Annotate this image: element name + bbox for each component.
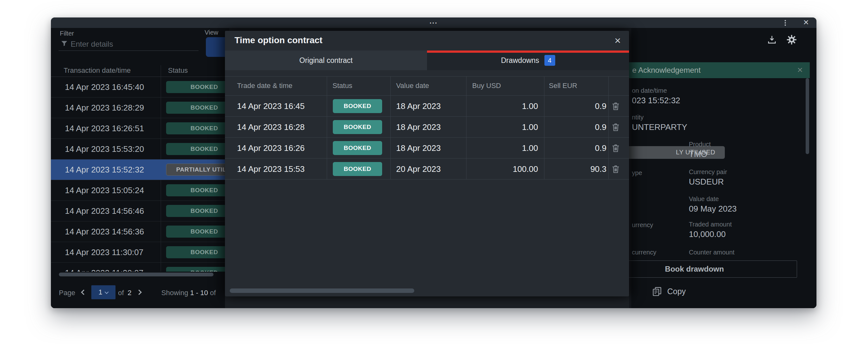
scrollbar-thumb[interactable] (59, 273, 214, 276)
transaction-datetime: 14 Apr 2023 15:52:32 (65, 165, 144, 175)
modal-close-icon[interactable]: × (614, 34, 621, 47)
transaction-row[interactable]: 14 Apr 2023 15:53:20 BOOKED (51, 139, 229, 160)
drawdown-trade-datetime: 14 Apr 2023 15:53 (237, 164, 305, 174)
drawdown-value-date: 20 Apr 2023 (396, 164, 441, 174)
column-value-date: Value date (396, 82, 429, 90)
transaction-status-badge: PARTIALLY UTILIS (166, 164, 229, 176)
transaction-row[interactable]: 14 Apr 2023 16:26:51 BOOKED (51, 118, 229, 139)
transaction-row[interactable]: 14 Apr 2023 14:56:46 BOOKED (51, 201, 229, 221)
window-close-icon[interactable]: × (803, 18, 809, 28)
gear-icon[interactable] (786, 34, 797, 45)
delete-drawdown-icon[interactable] (611, 143, 621, 153)
transaction-status-badge: BOOKED (166, 267, 229, 272)
column-sell-eur: Sell EUR (549, 82, 577, 90)
transaction-datetime: 14 Apr 2023 16:26:51 (65, 124, 144, 133)
transaction-row[interactable]: 14 Apr 2023 16:28:29 BOOKED (51, 98, 229, 118)
transactions-list: 14 Apr 2023 16:45:40 BOOKED 14 Apr 2023 … (51, 77, 229, 272)
entity-label: ntity (632, 114, 644, 121)
showing-text: Showing 1 - 10 of (161, 289, 216, 297)
page-label: Page (59, 289, 75, 297)
transaction-datetime-value: 023 15:52:32 (632, 96, 680, 105)
modal-horizontal-scrollbar[interactable] (225, 287, 629, 294)
column-trade-datetime: Trade date & time (237, 82, 292, 90)
time-option-contract-modal: Time option contract × Original contract… (225, 31, 629, 297)
next-page-icon[interactable] (136, 290, 142, 295)
drag-handle[interactable]: ... (430, 18, 438, 25)
transaction-row[interactable]: 14 Apr 2023 11:30:07 BOOKED (51, 242, 229, 263)
right-vertical-scrollbar[interactable] (806, 78, 809, 154)
page-select[interactable]: 1 (91, 285, 116, 299)
drawdowns-rows: 14 Apr 2023 16:45 BOOKED 18 Apr 2023 1.0… (225, 96, 629, 179)
drawdown-status-badge: BOOKED (333, 120, 382, 134)
current-page: 1 (98, 288, 102, 297)
window-content: Filter View Transaction date/time Status… (51, 28, 816, 308)
transaction-datetime: 14 Apr 2023 11:30:07 (65, 268, 144, 272)
entity-value: UNTERPARTY (632, 122, 687, 132)
transaction-datetime: 14 Apr 2023 16:28:29 (65, 103, 144, 113)
transaction-row[interactable]: 14 Apr 2023 14:56:36 BOOKED (51, 221, 229, 242)
acknowledgement-banner-text: e Acknowledgement (632, 66, 701, 75)
counter-amount-label: Counter amount (689, 249, 734, 256)
drawdown-buy-usd: 1.00 (466, 143, 538, 153)
drawdown-buy-usd: 100.00 (466, 164, 538, 174)
transaction-status-badge: BOOKED (166, 122, 229, 134)
drawdown-buy-usd: 1.00 (466, 122, 538, 132)
pagination: Page 1 of 2 Showing 1 - 10 of (51, 285, 229, 300)
drawdown-buy-usd: 1.00 (466, 101, 538, 111)
transaction-datetime: 14 Apr 2023 15:53:20 (65, 144, 144, 154)
transaction-status-badge: BOOKED (166, 226, 229, 238)
drawdown-row[interactable]: 14 Apr 2023 15:53 BOOKED 20 Apr 2023 100… (225, 159, 629, 179)
drawdown-row[interactable]: 14 Apr 2023 16:26 BOOKED 18 Apr 2023 1.0… (225, 138, 629, 159)
currency-pair-value: USDEUR (689, 177, 724, 187)
filter-input[interactable] (71, 38, 198, 50)
tab-drawdowns[interactable]: Drawdowns 4 (427, 50, 629, 70)
transaction-row[interactable]: 14 Apr 2023 15:52:32 PARTIALLY UTILIS (51, 160, 229, 180)
transaction-datetime: 14 Apr 2023 11:30:07 (65, 247, 144, 257)
column-transaction-datetime: Transaction date/time (64, 66, 131, 75)
drawdown-row[interactable]: 14 Apr 2023 16:28 BOOKED 18 Apr 2023 1.0… (225, 116, 629, 138)
modal-title: Time option contract (235, 35, 322, 45)
copy-button[interactable]: Copy (652, 286, 686, 297)
traded-amount-value: 10,000.00 (689, 229, 726, 239)
transactions-table-header: Transaction date/time Status (51, 65, 229, 77)
delete-drawdown-icon[interactable] (611, 164, 621, 174)
chevron-down-icon (104, 290, 108, 294)
total-pages: 2 (128, 289, 131, 297)
copy-icon (652, 286, 662, 297)
page: ... × Filter View Transaction date/time … (0, 0, 868, 345)
funnel-icon (60, 40, 68, 47)
drawdown-status-badge: BOOKED (333, 141, 382, 155)
banner-close-icon[interactable]: × (797, 65, 803, 75)
value-date-value: 09 May 2023 (689, 204, 737, 214)
drawdown-sell-eur: 0.9 (544, 122, 607, 132)
transaction-row[interactable]: 14 Apr 2023 15:05:24 BOOKED (51, 180, 229, 201)
transaction-status-badge: BOOKED (166, 102, 229, 114)
transaction-row[interactable]: 14 Apr 2023 11:30:07 BOOKED (51, 263, 229, 272)
transaction-status-badge: BOOKED (166, 205, 229, 217)
transaction-datetime: 14 Apr 2023 15:05:24 (65, 185, 144, 195)
drawdowns-count-badge: 4 (545, 55, 555, 66)
drawdown-sell-eur: 0.9 (544, 101, 607, 111)
traded-amount-label: Traded amount (689, 221, 732, 228)
counter-currency-label: currency (632, 249, 656, 256)
currency-label: urrency (632, 221, 653, 229)
delete-drawdown-icon[interactable] (611, 101, 621, 111)
previous-page-icon[interactable] (81, 290, 87, 295)
tab-original-contract[interactable]: Original contract (225, 50, 427, 70)
of-label: of (118, 289, 124, 297)
column-status: Status (168, 66, 188, 75)
view-label: View (205, 29, 218, 36)
delete-drawdown-icon[interactable] (611, 122, 621, 132)
kebab-menu-icon[interactable] (782, 20, 788, 26)
drawdown-status-badge: BOOKED (333, 162, 382, 176)
drawdowns-table-header: Trade date & time Status Value date Buy … (225, 76, 629, 96)
transaction-datetime-label: on date/time (632, 87, 667, 94)
transaction-row[interactable]: 14 Apr 2023 16:45:40 BOOKED (51, 77, 229, 98)
download-icon[interactable] (767, 35, 777, 45)
window-titlebar: ... × (51, 18, 816, 28)
transaction-datetime: 14 Apr 2023 16:45:40 (65, 82, 144, 92)
scrollbar-thumb[interactable] (230, 288, 414, 293)
modal-header: Time option contract × (225, 31, 629, 50)
drawdown-row[interactable]: 14 Apr 2023 16:45 BOOKED 18 Apr 2023 1.0… (225, 96, 629, 116)
left-horizontal-scrollbar[interactable] (51, 272, 229, 277)
